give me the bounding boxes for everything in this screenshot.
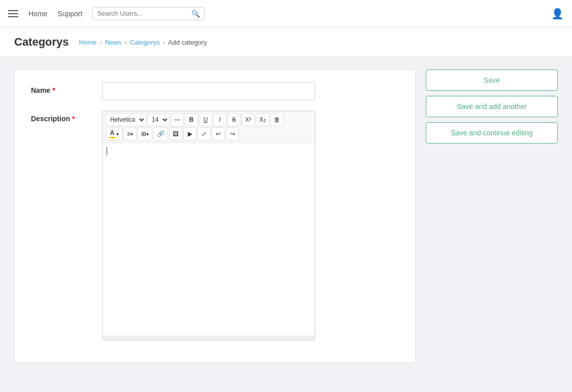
search-input[interactable] <box>97 10 188 17</box>
breadcrumb: Home › News › Categorys › Add category <box>79 39 207 46</box>
top-navigation: Home Support 🔍 👤 <box>0 0 572 27</box>
rte-toolbar-row-2: A ▾ ≡ ▾ ⊞ ▾ <box>106 127 312 140</box>
save-continue-button[interactable]: Save and continue editing <box>426 122 558 144</box>
page-title: Categorys <box>14 35 69 49</box>
name-row: Name * <box>31 82 399 100</box>
home-link[interactable]: Home <box>28 10 47 18</box>
breadcrumb-area: Categorys Home › News › Categorys › Add … <box>0 27 572 57</box>
color-indicator: A <box>109 129 115 138</box>
rte-body[interactable] <box>103 143 315 336</box>
rte-toolbar-row-1: Helvetica 14 — B U I S X² X₂ <box>106 113 312 126</box>
breadcrumb-categorys[interactable]: Categorys <box>129 39 159 46</box>
rte-superscript-btn[interactable]: X² <box>242 113 255 126</box>
breadcrumb-news[interactable]: News <box>105 39 122 46</box>
rte-clear-format-btn[interactable]: 🗑 <box>271 113 284 126</box>
rte-redo-btn[interactable]: ↪ <box>226 127 239 140</box>
name-required: * <box>52 86 55 94</box>
rich-text-editor: Helvetica 14 — B U I S X² X₂ <box>102 111 315 340</box>
breadcrumb-home[interactable]: Home <box>79 39 97 46</box>
breadcrumb-current: Add category <box>168 39 207 46</box>
rte-font-size[interactable]: 14 <box>147 113 170 126</box>
name-field-wrapper <box>102 82 399 100</box>
rte-image-btn[interactable]: 🖼 <box>169 127 182 140</box>
action-panel: Save Save and add another Save and conti… <box>426 69 558 144</box>
rte-toolbar: Helvetica 14 — B U I S X² X₂ <box>103 111 315 143</box>
rte-cursor <box>107 147 107 155</box>
support-link[interactable]: Support <box>57 10 82 18</box>
rte-bold-btn[interactable]: B <box>185 113 198 126</box>
rte-italic-btn[interactable]: I <box>213 113 226 126</box>
rte-resize-handle[interactable] <box>103 336 315 340</box>
search-icon: 🔍 <box>191 10 200 18</box>
description-row: Description * Helvetica 14 <box>31 111 399 340</box>
rte-fullscreen-btn[interactable]: ⤢ <box>197 127 211 140</box>
rte-table-btn[interactable]: ⊞ ▾ <box>138 127 152 140</box>
breadcrumb-sep-1: › <box>99 39 102 46</box>
rte-divider-btn[interactable]: — <box>171 113 184 126</box>
description-label: Description * <box>31 111 102 123</box>
rte-strikethrough-btn[interactable]: S <box>227 113 241 126</box>
search-box: 🔍 <box>92 7 205 20</box>
rte-align-btn[interactable]: ≡ ▾ <box>123 127 137 140</box>
desc-required: * <box>72 115 75 123</box>
rte-video-btn[interactable]: ▶ <box>183 127 196 140</box>
rte-undo-btn[interactable]: ↩ <box>212 127 225 140</box>
name-label: Name * <box>31 82 102 94</box>
rte-link-btn[interactable]: 🔗 <box>153 127 168 140</box>
save-button[interactable]: Save <box>426 69 558 91</box>
breadcrumb-sep-3: › <box>163 39 165 46</box>
main-content: Name * Description * Helvetica <box>0 57 572 375</box>
hamburger-menu[interactable] <box>8 10 18 17</box>
rte-font-family[interactable]: Helvetica <box>106 113 146 126</box>
rte-underline-btn[interactable]: U <box>199 113 212 126</box>
rte-color-btn[interactable]: A ▾ <box>106 127 122 140</box>
save-add-another-button[interactable]: Save and add another <box>426 96 558 117</box>
breadcrumb-sep-2: › <box>124 39 126 46</box>
name-input[interactable] <box>102 82 315 100</box>
rte-subscript-btn[interactable]: X₂ <box>256 113 270 126</box>
description-field-wrapper: Helvetica 14 — B U I S X² X₂ <box>102 111 399 340</box>
form-card: Name * Description * Helvetica <box>14 69 416 363</box>
user-icon[interactable]: 👤 <box>551 8 564 20</box>
